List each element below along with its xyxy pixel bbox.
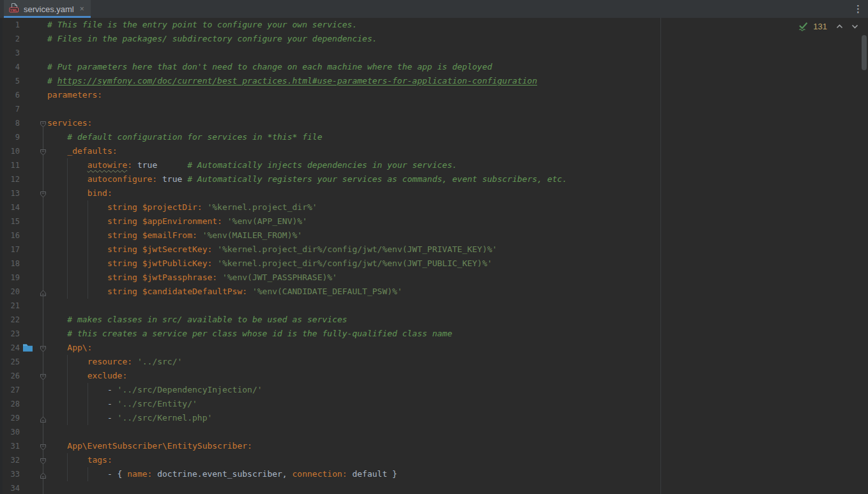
code-line: bind: bbox=[0, 186, 868, 200]
code-line: string $appEnvironment: '%env(APP_ENV)%' bbox=[0, 214, 868, 228]
previous-problem-button[interactable] bbox=[835, 24, 844, 29]
code-line bbox=[0, 481, 868, 494]
fold-collapse-marker[interactable] bbox=[40, 344, 47, 352]
next-problem-button[interactable] bbox=[851, 24, 859, 29]
tab-label: services.yaml bbox=[24, 4, 74, 14]
code-line: # this creates a service per class whose… bbox=[0, 327, 868, 341]
fold-end-marker[interactable] bbox=[40, 288, 47, 296]
code-line: App\EventSubscriber\EntitySubscriber: bbox=[0, 439, 868, 453]
inspections-widget: 131 bbox=[798, 22, 859, 31]
svg-text:YML: YML bbox=[10, 8, 18, 12]
code-line: resource: '../src/' bbox=[0, 355, 868, 369]
tab-close-icon[interactable]: × bbox=[80, 5, 84, 13]
code-line: autoconfigure: true # Automatically regi… bbox=[0, 172, 868, 186]
code-line: # default configuration for services in … bbox=[0, 130, 868, 144]
code-line: string $emailFrom: '%env(MAILER_FROM)%' bbox=[0, 228, 868, 243]
code-line bbox=[0, 425, 868, 439]
code-line: string $candidateDefaultPsw: '%env(CANDI… bbox=[0, 285, 868, 299]
code-line: exclude: bbox=[0, 369, 868, 383]
fold-collapse-marker[interactable] bbox=[40, 119, 47, 127]
folder-icon bbox=[22, 343, 33, 355]
code-line: # makes classes in src/ available to be … bbox=[0, 313, 868, 327]
code-line: string $projectDir: '%kernel.project_dir… bbox=[0, 200, 868, 214]
yml-file-icon: YML bbox=[9, 3, 19, 15]
code-line: string $jwtPassphrase: '%env(JWT_PASSPHR… bbox=[0, 271, 868, 285]
code-line: autowire: true # Automatically injects d… bbox=[0, 158, 868, 172]
fold-end-marker[interactable] bbox=[40, 414, 47, 422]
ide-window: YML services.yaml × ⋮ 123456789101112131… bbox=[0, 0, 868, 494]
fold-collapse-marker[interactable] bbox=[40, 456, 47, 464]
code-line bbox=[0, 102, 868, 116]
code-line: # Put parameters here that don't need to… bbox=[0, 60, 868, 74]
code-line: tags: bbox=[0, 453, 868, 467]
vertical-scrollbar-thumb[interactable] bbox=[862, 35, 867, 70]
typos-check-icon bbox=[798, 22, 809, 31]
code-line: string $jwtSecretKey: '%kernel.project_d… bbox=[0, 243, 868, 257]
code-line bbox=[0, 299, 868, 313]
tab-options-menu-icon[interactable]: ⋮ bbox=[853, 0, 863, 18]
code-line: string $jwtPublicKey: '%kernel.project_d… bbox=[0, 257, 868, 271]
code-line: # https://symfony.com/doc/current/best_p… bbox=[0, 74, 868, 88]
code-line: - { name: doctrine.event_subscriber, con… bbox=[0, 467, 868, 481]
code-line: App\: bbox=[0, 341, 868, 355]
fold-end-marker[interactable] bbox=[40, 470, 47, 478]
code-line bbox=[0, 46, 868, 60]
fold-collapse-marker[interactable] bbox=[40, 372, 47, 380]
fold-collapse-marker[interactable] bbox=[40, 147, 47, 155]
fold-collapse-marker[interactable] bbox=[40, 442, 47, 450]
code-line: services: bbox=[0, 116, 868, 130]
code-line: - '../src/Entity/' bbox=[0, 397, 868, 411]
code-line: # This file is the entry point to config… bbox=[0, 18, 868, 32]
code-editor[interactable]: 1234567891011121314151617181920212223242… bbox=[0, 18, 868, 494]
code-line: - '../src/Kernel.php' bbox=[0, 411, 868, 425]
inspection-count: 131 bbox=[813, 22, 827, 31]
code-line: parameters: bbox=[0, 88, 868, 102]
fold-collapse-marker[interactable] bbox=[40, 190, 47, 197]
code-line: - '../src/DependencyInjection/' bbox=[0, 383, 868, 397]
tab-services-yaml[interactable]: YML services.yaml × bbox=[4, 0, 91, 18]
code-area[interactable]: # This file is the entry point to config… bbox=[0, 18, 868, 494]
code-line: # Files in the packages/ subdirectory co… bbox=[0, 32, 868, 46]
code-line: _defaults: bbox=[0, 144, 868, 158]
editor-tab-bar: YML services.yaml × ⋮ bbox=[0, 0, 868, 18]
